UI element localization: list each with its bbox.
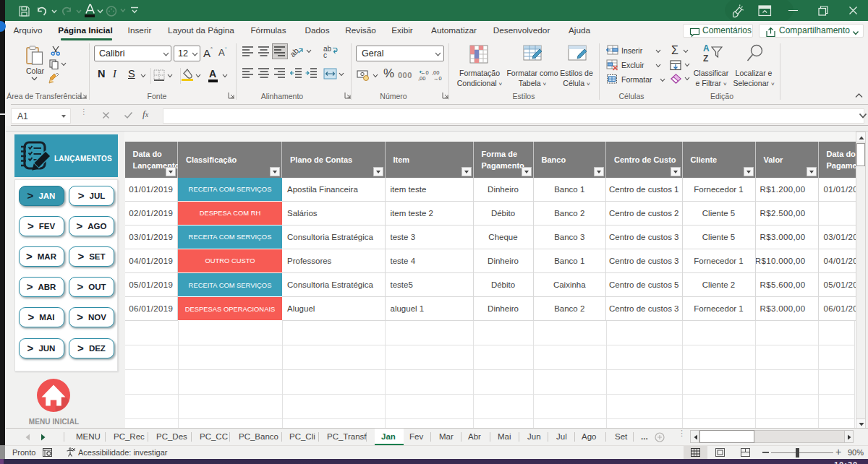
svg-text:→0: →0 (433, 75, 442, 81)
svg-text:c: c (323, 51, 327, 59)
svg-text:,00: ,00 (418, 75, 425, 81)
